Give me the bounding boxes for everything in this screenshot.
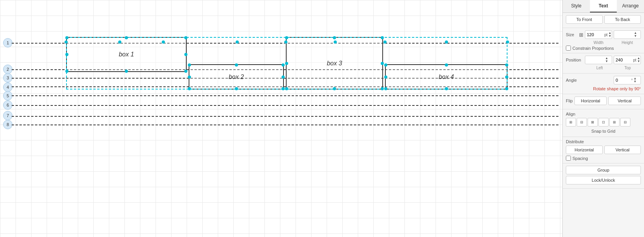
- tab-text[interactable]: Text: [590, 0, 617, 12]
- snap-to-grid[interactable]: Snap to Grid: [566, 128, 641, 134]
- top-input[interactable]: [616, 58, 633, 62]
- align-center-button[interactable]: ⊟: [577, 118, 587, 126]
- handle-tr[interactable]: [282, 63, 285, 67]
- constrain-row: Constrain Proportions: [566, 46, 641, 51]
- left-input[interactable]: [587, 58, 604, 62]
- sel-handle[interactable]: [445, 40, 448, 44]
- flip-section: Flip Horizontal Vertical: [563, 94, 644, 109]
- dashed-line-6: [12, 105, 558, 106]
- sel-handle[interactable]: [65, 40, 68, 44]
- angle-input-wrap: ° ▲ ▼: [614, 76, 641, 84]
- constrain-checkbox[interactable]: [566, 46, 571, 51]
- row-label-8: 8: [3, 120, 12, 129]
- handle-mr[interactable]: [505, 75, 508, 79]
- sel-handle[interactable]: [236, 40, 239, 44]
- left-input-wrap: ▲ ▼: [585, 56, 612, 64]
- canvas-area[interactable]: 1 2 3 4 5 6 7 8 box 1 box 2 box 3: [0, 0, 562, 237]
- handle-mr[interactable]: [381, 62, 384, 65]
- sidebar: Style Text Arrange To Front To Back Size…: [562, 0, 644, 237]
- handle-tr[interactable]: [505, 63, 508, 67]
- distribute-horizontal-button[interactable]: Horizontal: [566, 146, 603, 154]
- align-right-button[interactable]: ⊠: [588, 118, 598, 126]
- handle-mr[interactable]: [282, 75, 285, 79]
- angle-input[interactable]: [616, 78, 631, 83]
- flip-label: Flip: [566, 98, 573, 103]
- align-bottom-button[interactable]: ⊟: [620, 118, 630, 126]
- handle-bm[interactable]: [235, 87, 238, 90]
- handle-bl[interactable]: [188, 87, 191, 90]
- row-label-2: 2: [3, 65, 12, 74]
- sel-handle[interactable]: [506, 40, 509, 44]
- width-spin-down[interactable]: ▼: [608, 35, 611, 38]
- width-input-wrap: pt ▲ ▼: [585, 30, 612, 39]
- height-input[interactable]: [616, 32, 633, 37]
- flip-horizontal-button[interactable]: Horizontal: [574, 97, 607, 105]
- handle-tm[interactable]: [235, 63, 238, 67]
- handle-tl[interactable]: [285, 36, 288, 39]
- align-middle-button[interactable]: ⊞: [609, 118, 620, 126]
- handle-ml[interactable]: [285, 62, 288, 65]
- box-2[interactable]: box 2: [189, 64, 284, 90]
- handle-ml[interactable]: [188, 75, 191, 79]
- handle-ml[interactable]: [384, 75, 387, 79]
- sel-handle[interactable]: [383, 40, 387, 44]
- dashed-line-5: [12, 95, 558, 96]
- align-grid: ⊞ ⊟ ⊠ ⊡ ⊞ ⊟: [566, 118, 641, 126]
- handle-tl[interactable]: [384, 63, 387, 67]
- handle-tr[interactable]: [381, 36, 384, 39]
- angle-spin-down[interactable]: ▼: [634, 80, 637, 83]
- sel-handle[interactable]: [118, 40, 121, 44]
- sel-handle[interactable]: [334, 40, 337, 44]
- box-3[interactable]: box 3: [286, 37, 383, 90]
- handle-bl[interactable]: [285, 87, 288, 90]
- rotate-link[interactable]: Rotate shape only by 90°: [593, 86, 641, 91]
- handle-tm[interactable]: [445, 63, 448, 67]
- to-back-button[interactable]: To Back: [604, 15, 641, 24]
- group-button[interactable]: Group: [566, 166, 641, 174]
- handle-br[interactable]: [381, 87, 384, 90]
- top-unit: pt: [633, 58, 636, 62]
- handle-br[interactable]: [505, 87, 508, 90]
- handle-br[interactable]: [184, 70, 187, 73]
- tab-style[interactable]: Style: [563, 0, 590, 12]
- distribute-vertical-button[interactable]: Vertical: [604, 146, 641, 154]
- spacing-checkbox[interactable]: [566, 156, 571, 161]
- tab-arrange[interactable]: Arrange: [617, 0, 644, 12]
- flip-vertical-button[interactable]: Vertical: [608, 97, 641, 105]
- width-unit: pt: [604, 33, 607, 37]
- height-spin-down[interactable]: ▼: [634, 35, 637, 38]
- width-input[interactable]: [587, 32, 604, 37]
- align-top-button[interactable]: ⊡: [598, 118, 609, 126]
- row-label-4: 4: [3, 83, 12, 92]
- to-front-button[interactable]: To Front: [566, 15, 603, 24]
- angle-section: Angle ° ▲ ▼ Rotate shape only by 90°: [563, 74, 644, 94]
- handle-tl[interactable]: [65, 36, 68, 39]
- lock-unlock-button[interactable]: Lock/Unlock: [566, 176, 641, 184]
- handle-tm[interactable]: [125, 36, 128, 39]
- box-1[interactable]: box 1: [66, 37, 187, 72]
- handle-tr[interactable]: [184, 36, 187, 39]
- position-label: Position: [566, 58, 581, 62]
- row-label-6: 6: [3, 100, 12, 110]
- distribute-row: Horizontal Vertical: [566, 146, 641, 154]
- sel-handle[interactable]: [162, 40, 165, 44]
- handle-bm[interactable]: [333, 87, 336, 90]
- box-4[interactable]: box 4: [385, 64, 508, 90]
- handle-tm[interactable]: [333, 36, 336, 39]
- handle-ml[interactable]: [65, 53, 68, 56]
- left-spin-down[interactable]: ▼: [605, 60, 608, 63]
- tab-bar: Style Text Arrange: [563, 0, 644, 13]
- sel-handle[interactable]: [284, 40, 287, 44]
- align-left-button[interactable]: ⊞: [566, 118, 576, 126]
- angle-label: Angle: [566, 78, 577, 83]
- handle-bm[interactable]: [125, 70, 128, 73]
- handle-bm[interactable]: [445, 87, 448, 90]
- handle-bl[interactable]: [65, 70, 68, 73]
- constrain-label: Constrain Proportions: [572, 46, 614, 51]
- handle-br[interactable]: [282, 87, 285, 90]
- handle-bl[interactable]: [384, 87, 387, 90]
- align-section: Align ⊞ ⊟ ⊠ ⊡ ⊞ ⊟ Snap to Grid: [563, 109, 644, 137]
- top-spin-down[interactable]: ▼: [637, 60, 640, 63]
- handle-tl[interactable]: [188, 63, 191, 67]
- handle-mr[interactable]: [184, 53, 187, 56]
